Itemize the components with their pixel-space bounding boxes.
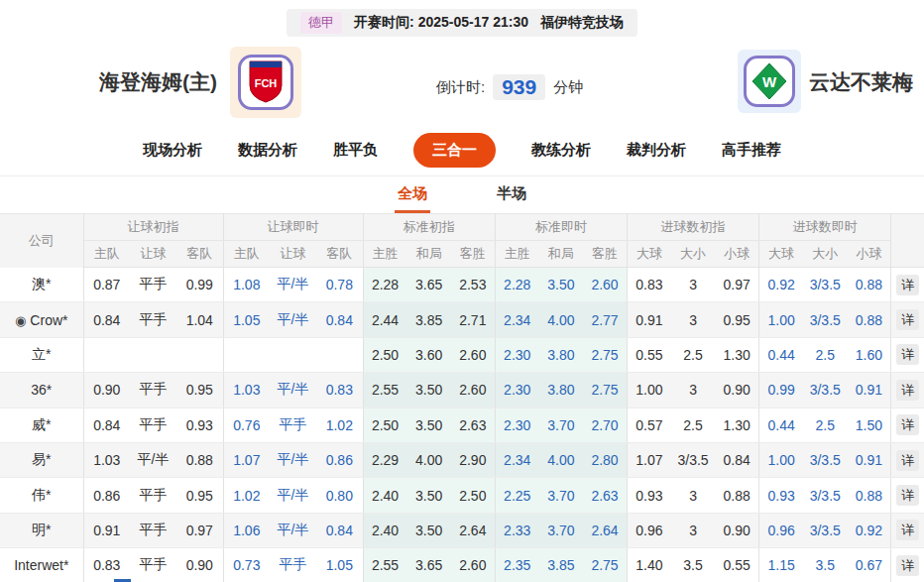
odds-cell: 平/半 (270, 302, 316, 337)
odds-group-header: 让球即时 (223, 214, 363, 241)
odds-cell: 1.02 (223, 478, 270, 513)
detail-cell: 详 (891, 478, 924, 513)
league-badge[interactable]: 德甲 (300, 12, 342, 34)
odds-cell: 0.84 (715, 442, 758, 477)
odds-cell: 0.88 (847, 268, 890, 302)
company-cell: Interwet* (0, 548, 83, 582)
detail-button[interactable]: 详 (896, 414, 919, 435)
odds-cell: 0.91 (847, 442, 890, 477)
tab-half-match[interactable]: 半场 (494, 178, 529, 213)
odds-cell: 0.88 (847, 302, 890, 337)
odds-cell: 2.63 (583, 478, 627, 513)
tab-live-analysis[interactable]: 现场分析 (143, 141, 202, 160)
detail-button[interactable]: 详 (896, 520, 919, 540)
odds-cell: 平手 (130, 302, 176, 337)
odds-cell: 2.75 (583, 373, 627, 407)
odds-cell: 0.83 (627, 268, 670, 302)
tab-data-analysis[interactable]: 数据分析 (238, 141, 297, 160)
odds-row: 伟*0.86平手0.951.02平/半0.802.403.502.502.253… (0, 478, 924, 513)
odds-cell: 2.5 (671, 407, 715, 442)
odds-cell: 2.53 (451, 268, 495, 302)
tab-expert-picks[interactable]: 高手推荐 (722, 141, 781, 160)
odds-cell: 0.44 (759, 407, 803, 442)
odds-cell: 1.00 (627, 373, 670, 407)
odds-cell: 1.60 (847, 337, 890, 372)
detail-button[interactable]: 详 (896, 275, 919, 295)
odds-cell: 0.90 (715, 373, 758, 407)
odds-cell: 平手 (130, 268, 176, 302)
odds-cell: 3.65 (406, 268, 450, 302)
odds-cell: 0.73 (223, 548, 270, 582)
odds-cell: 2.28 (495, 268, 538, 302)
odds-cell: 0.78 (316, 268, 363, 302)
odds-cell: 0.91 (627, 302, 670, 337)
odds-cell: 2.60 (451, 337, 495, 372)
odds-cell: 3/3.5 (803, 478, 847, 513)
odds-cell: 3.50 (539, 268, 583, 302)
odds-cell: 0.99 (176, 268, 223, 302)
odds-cell: 0.84 (316, 513, 363, 547)
odds-subcolumn-header: 大球 (627, 241, 670, 268)
scope-tabs: 全场半场 (0, 175, 924, 213)
odds-cell: 2.75 (583, 548, 627, 582)
odds-cell: 平手 (130, 478, 176, 513)
detail-cell: 详 (891, 442, 924, 477)
odds-cell: 0.88 (847, 478, 890, 513)
odds-cell: 2.55 (363, 373, 406, 407)
odds-row: ◉Crow*0.84平手1.041.05平/半0.842.443.852.712… (0, 302, 924, 337)
odds-subcolumn-header: 主胜 (363, 241, 406, 268)
odds-row: 36*0.90平手0.951.03平/半0.832.553.502.602.30… (0, 373, 924, 407)
odds-row: 威*0.84平手0.930.76平手1.022.503.502.632.303.… (0, 407, 924, 442)
detail-button[interactable]: 详 (896, 450, 919, 471)
company-cell: 澳* (0, 268, 83, 302)
company-cell: ◉Crow* (0, 302, 83, 337)
odds-cell: 3/3.5 (803, 268, 847, 302)
odds-cell: 1.08 (223, 268, 270, 302)
detail-column-header (891, 214, 924, 268)
odds-cell: 平/半 (270, 268, 316, 302)
detail-button[interactable]: 详 (896, 344, 919, 365)
odds-group-header: 标准初指 (363, 214, 495, 241)
detail-cell: 详 (891, 302, 924, 337)
odds-cell: 0.84 (83, 407, 130, 442)
odds-cell: 0.88 (715, 478, 758, 513)
company-cell: 36* (0, 373, 83, 407)
soccer-ball-icon: ◉ (15, 313, 26, 328)
detail-button[interactable]: 详 (896, 555, 919, 576)
odds-cell: 1.00 (759, 302, 803, 337)
odds-cell: 1.02 (316, 407, 363, 442)
odds-cell: 4.00 (539, 302, 583, 337)
odds-cell: 1.05 (223, 302, 270, 337)
odds-cell: 3/3.5 (803, 513, 847, 547)
odds-cell: 2.30 (495, 407, 538, 442)
tab-coach-analysis[interactable]: 教练分析 (531, 141, 591, 160)
away-logo-badge: W (744, 56, 795, 107)
detail-button[interactable]: 详 (896, 380, 919, 401)
tab-full-match[interactable]: 全场 (395, 178, 430, 213)
tab-three-in-one[interactable]: 三合一 (413, 133, 496, 168)
home-team-name: 海登海姆(主) (99, 68, 217, 96)
odds-cell: 2.5 (671, 337, 715, 372)
odds-cell: 2.5 (803, 337, 847, 372)
odds-cell: 0.84 (83, 302, 130, 337)
tab-win-draw-lose[interactable]: 胜平负 (333, 141, 378, 160)
odds-cell: 3.80 (539, 337, 583, 372)
odds-subcolumn-header: 和局 (539, 241, 583, 268)
odds-cell: 3.70 (539, 478, 583, 513)
detail-button[interactable]: 详 (896, 485, 919, 506)
odds-cell: 0.93 (176, 407, 223, 442)
odds-cell: 0.95 (715, 302, 758, 337)
detail-button[interactable]: 详 (896, 309, 919, 330)
company-column-header: 公司 (0, 214, 83, 268)
odds-cell: 1.07 (223, 442, 270, 477)
odds-cell: 0.97 (176, 513, 223, 547)
svg-text:W: W (762, 73, 777, 90)
odds-subcolumn-header: 主队 (83, 241, 130, 268)
odds-cell: 2.50 (363, 337, 406, 372)
odds-cell: 0.83 (83, 548, 130, 582)
tab-referee-analysis[interactable]: 裁判分析 (627, 141, 686, 160)
odds-cell: 2.60 (583, 268, 627, 302)
odds-cell: 0.44 (759, 337, 803, 372)
home-logo-badge: FCH (238, 55, 293, 110)
odds-cell (130, 337, 176, 372)
